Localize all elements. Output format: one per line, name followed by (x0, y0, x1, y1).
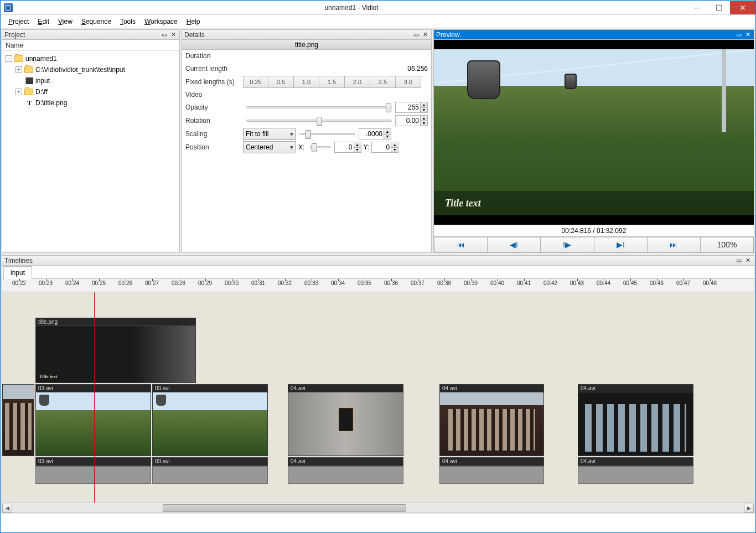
audio-clip-label[interactable]: 04.avi (578, 457, 693, 466)
goto-start-button[interactable]: ⏮ (434, 237, 488, 252)
y-input[interactable] (371, 142, 391, 153)
menu-help[interactable]: Help (182, 16, 205, 27)
x-spinner[interactable]: ▲▼ (354, 142, 361, 153)
audio-clip-body[interactable] (152, 466, 268, 484)
goto-end-button[interactable]: ⏭ (648, 237, 701, 252)
timeline-clip[interactable] (2, 384, 34, 456)
tree-label: input (35, 77, 50, 85)
audio-clip-body[interactable] (578, 466, 693, 484)
timeline-scrollbar[interactable]: ◀ ▶ (2, 503, 754, 513)
tree-item[interactable]: +C:\Vidiot\vidiot_trunk\test\input (6, 64, 176, 75)
playhead[interactable] (94, 292, 95, 503)
ruler-tick: 00:47 (676, 280, 690, 286)
panel-close-icon[interactable]: ✕ (744, 257, 752, 264)
step-forward-button[interactable]: ▶Ⅰ (594, 237, 648, 252)
zoom-display[interactable]: 100% (701, 237, 754, 252)
audio-clip-label[interactable]: 03.avi (35, 457, 151, 466)
panel-pin-icon[interactable]: ▭ (412, 31, 420, 38)
project-column-header[interactable]: Name (2, 40, 179, 51)
scroll-thumb[interactable] (163, 504, 406, 512)
menu-sequence[interactable]: Sequence (77, 16, 116, 27)
rotation-slider[interactable] (246, 120, 392, 122)
panel-pin-icon[interactable]: ▭ (160, 31, 168, 38)
preview-viewport[interactable]: Title text (434, 40, 754, 225)
audio-clip-label[interactable]: 04.avi (288, 457, 403, 466)
audio-clip-body[interactable] (439, 466, 544, 484)
video-track-1[interactable]: 03.avi03.avi04.avi04.avi04.avi (2, 384, 754, 456)
clip-label: 03.avi (153, 385, 267, 392)
current-length-label: Current length (185, 65, 243, 73)
scaling-slider[interactable] (299, 133, 355, 135)
timeline-clip[interactable]: 04.avi (288, 384, 403, 456)
timeline-clip[interactable]: 04.avi (439, 384, 544, 456)
y-spinner[interactable]: ▲▼ (391, 142, 398, 153)
scroll-left-button[interactable]: ◀ (2, 504, 12, 513)
audio-clip-label[interactable]: 04.avi (439, 457, 544, 466)
opacity-slider[interactable] (246, 106, 392, 108)
maximize-button[interactable]: ☐ (708, 1, 730, 14)
expand-icon[interactable]: + (15, 66, 22, 73)
audio-clip-body[interactable] (288, 466, 403, 484)
panel-pin-icon[interactable]: ▭ (735, 31, 743, 38)
audio-clip-label[interactable]: 03.avi (152, 457, 268, 466)
x-slider[interactable] (310, 146, 330, 148)
panel-close-icon[interactable]: ✕ (744, 31, 752, 38)
ruler-tick: 00:26 (118, 280, 132, 286)
timeline-tab[interactable]: input (3, 266, 32, 279)
details-clip-name: title.png (182, 40, 431, 50)
timelines-panel-title: Timelines (4, 257, 33, 265)
ruler-tick: 00:48 (703, 280, 717, 286)
menu-edit[interactable]: Edit (33, 16, 54, 27)
tree-root[interactable]: − unnamed1 (6, 53, 176, 64)
step-back-button[interactable]: ◀Ⅰ (488, 237, 541, 252)
panel-close-icon[interactable]: ✕ (421, 31, 429, 38)
menu-tools[interactable]: Tools (116, 16, 140, 27)
tree-item[interactable]: input (6, 75, 176, 86)
timeline-clip-title[interactable]: title.png Title text (35, 318, 196, 383)
expand-icon[interactable]: + (15, 89, 22, 95)
scaling-input[interactable] (359, 128, 384, 139)
fixed-length-button[interactable]: 0.25 (243, 76, 268, 88)
rotation-spinner[interactable]: ▲▼ (420, 115, 428, 126)
scaling-select[interactable]: Fit to fill (243, 128, 296, 140)
timeline-clip[interactable]: 03.avi (35, 384, 151, 456)
tree-item[interactable]: TD:\title.png (6, 97, 176, 108)
opacity-input[interactable] (395, 102, 421, 113)
menu-project[interactable]: Project (4, 16, 33, 27)
panel-close-icon[interactable]: ✕ (169, 31, 177, 38)
panel-pin-icon[interactable]: ▭ (735, 257, 743, 264)
clip-label: 04.avi (440, 385, 543, 392)
scaling-label: Scaling (185, 130, 243, 138)
audio-clip-body[interactable] (35, 466, 151, 484)
minimize-button[interactable]: ─ (686, 1, 708, 14)
x-input[interactable] (334, 142, 354, 153)
menu-workspace[interactable]: Workspace (140, 16, 182, 27)
timeline-ruler[interactable]: 00:2200:2300:2400:2500:2600:2700:2800:29… (2, 279, 754, 292)
y-label: Y: (364, 143, 370, 151)
timeline-clip[interactable]: 04.avi (578, 384, 693, 456)
position-select[interactable]: Centered (243, 141, 296, 153)
fixed-length-button[interactable]: 0.5 (268, 76, 294, 88)
audio-track-1[interactable]: 03.avi03.avi04.avi04.avi04.avi (2, 457, 754, 484)
timeline-tracks[interactable]: title.png Title text 03.avi03.avi04.avi0… (2, 292, 754, 503)
video-track-2[interactable]: title.png Title text (2, 318, 754, 383)
opacity-spinner[interactable]: ▲▼ (420, 102, 428, 113)
fixed-length-button[interactable]: 2.5 (370, 76, 396, 88)
tree-item[interactable]: +D:\ff (6, 86, 176, 97)
collapse-icon[interactable]: − (6, 55, 12, 62)
scaling-spinner[interactable]: ▲▼ (384, 128, 391, 139)
play-button[interactable]: Ⅰ▶ (541, 237, 594, 252)
timeline-clip[interactable]: 03.avi (152, 384, 268, 456)
fixed-length-button[interactable]: 2.0 (345, 76, 370, 88)
close-button[interactable]: ✕ (730, 1, 755, 14)
fixed-length-button[interactable]: 1.0 (294, 76, 319, 88)
scroll-right-button[interactable]: ▶ (744, 504, 754, 513)
rotation-input[interactable] (395, 115, 421, 126)
menu-view[interactable]: View (54, 16, 77, 27)
project-panel-title: Project (4, 31, 25, 39)
fixed-length-button[interactable]: 1.5 (319, 76, 345, 88)
fixed-length-button[interactable]: 3.0 (396, 76, 421, 88)
ruler-tick: 00:39 (464, 280, 478, 286)
ruler-tick: 00:30 (225, 280, 239, 286)
ruler-tick: 00:28 (172, 280, 185, 286)
